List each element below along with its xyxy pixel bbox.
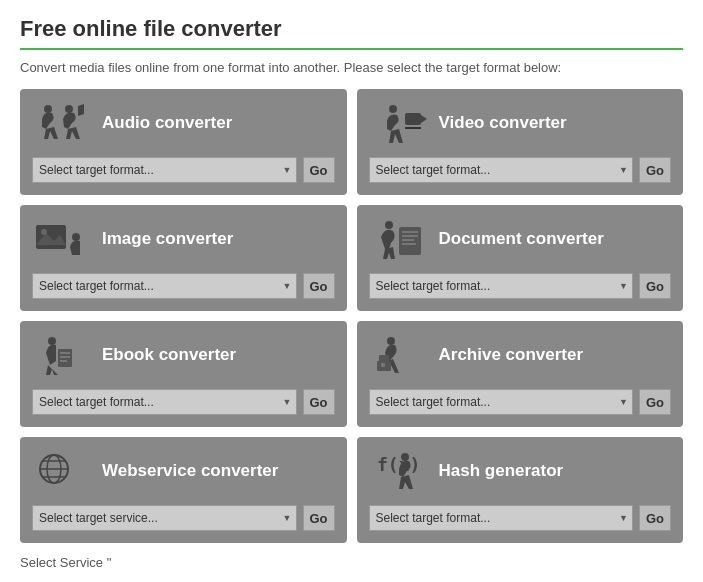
image-icon xyxy=(32,215,92,263)
hash-generator-card: f(x) Hash generator Select target format… xyxy=(357,437,684,543)
video-go-button[interactable]: Go xyxy=(639,157,671,183)
svg-point-0 xyxy=(44,105,52,113)
video-select-wrapper[interactable]: Select target format... xyxy=(369,157,634,183)
ebook-card-title: Ebook converter xyxy=(102,345,236,365)
archive-format-select[interactable]: Select target format... xyxy=(369,389,634,415)
archive-go-button[interactable]: Go xyxy=(639,389,671,415)
svg-text:f(x): f(x) xyxy=(377,454,420,475)
document-format-select[interactable]: Select target format... xyxy=(369,273,634,299)
image-card-header: Image converter xyxy=(32,215,335,263)
svg-rect-24 xyxy=(381,363,385,367)
svg-point-2 xyxy=(389,105,397,113)
webservice-icon xyxy=(32,447,92,495)
audio-converter-card: Audio converter Select target format... … xyxy=(20,89,347,195)
svg-rect-15 xyxy=(402,243,416,245)
audio-card-header: Audio converter xyxy=(32,99,335,147)
svg-point-1 xyxy=(65,105,73,113)
archive-card-controls: Select target format... Go xyxy=(369,389,672,415)
archive-card-title: Archive converter xyxy=(439,345,584,365)
footer-text: Select Service " xyxy=(20,555,683,570)
audio-go-button[interactable]: Go xyxy=(303,157,335,183)
audio-icon xyxy=(32,99,92,147)
ebook-card-header: Ebook converter xyxy=(32,331,335,379)
hash-go-button[interactable]: Go xyxy=(639,505,671,531)
archive-card-header: Archive converter xyxy=(369,331,672,379)
video-format-select[interactable]: Select target format... xyxy=(369,157,634,183)
page-subtitle: Convert media files online from one form… xyxy=(20,60,683,75)
webservice-select-wrapper[interactable]: Select target service... xyxy=(32,505,297,531)
title-divider xyxy=(20,48,683,50)
svg-rect-3 xyxy=(405,113,421,125)
webservice-format-select[interactable]: Select target service... xyxy=(32,505,297,531)
audio-card-controls: Select target format... Go xyxy=(32,157,335,183)
svg-point-9 xyxy=(72,233,80,241)
svg-rect-19 xyxy=(60,356,70,358)
svg-rect-12 xyxy=(402,231,418,233)
document-card-header: Document converter xyxy=(369,215,672,263)
webservice-converter-card: Webservice converter Select target servi… xyxy=(20,437,347,543)
svg-point-8 xyxy=(41,229,47,235)
video-converter-card: Video converter Select target format... … xyxy=(357,89,684,195)
document-card-controls: Select target format... Go xyxy=(369,273,672,299)
hash-card-title: Hash generator xyxy=(439,461,564,481)
hash-select-wrapper[interactable]: Select target format... xyxy=(369,505,634,531)
archive-select-wrapper[interactable]: Select target format... xyxy=(369,389,634,415)
video-card-title: Video converter xyxy=(439,113,567,133)
svg-rect-5 xyxy=(405,127,421,129)
webservice-card-title: Webservice converter xyxy=(102,461,278,481)
document-icon xyxy=(369,215,429,263)
video-card-controls: Select target format... Go xyxy=(369,157,672,183)
svg-marker-4 xyxy=(421,115,427,123)
image-go-button[interactable]: Go xyxy=(303,273,335,299)
page-title: Free online file converter xyxy=(20,16,683,42)
svg-rect-14 xyxy=(402,239,414,241)
svg-point-10 xyxy=(385,221,393,229)
svg-rect-20 xyxy=(60,360,67,362)
ebook-converter-card: Ebook converter Select target format... … xyxy=(20,321,347,427)
image-format-select[interactable]: Select target format... xyxy=(32,273,297,299)
image-card-title: Image converter xyxy=(102,229,233,249)
document-converter-card: Document converter Select target format.… xyxy=(357,205,684,311)
svg-rect-6 xyxy=(36,225,66,249)
svg-rect-18 xyxy=(60,352,70,354)
document-select-wrapper[interactable]: Select target format... xyxy=(369,273,634,299)
archive-icon xyxy=(369,331,429,379)
document-card-title: Document converter xyxy=(439,229,604,249)
video-icon xyxy=(369,99,429,147)
video-card-header: Video converter xyxy=(369,99,672,147)
audio-format-select[interactable]: Select target format... xyxy=(32,157,297,183)
webservice-card-controls: Select target service... Go xyxy=(32,505,335,531)
archive-converter-card: Archive converter Select target format..… xyxy=(357,321,684,427)
converter-grid: Audio converter Select target format... … xyxy=(20,89,683,543)
ebook-select-wrapper[interactable]: Select target format... xyxy=(32,389,297,415)
svg-rect-13 xyxy=(402,235,418,237)
hash-card-controls: Select target format... Go xyxy=(369,505,672,531)
image-card-controls: Select target format... Go xyxy=(32,273,335,299)
webservice-go-button[interactable]: Go xyxy=(303,505,335,531)
ebook-card-controls: Select target format... Go xyxy=(32,389,335,415)
image-select-wrapper[interactable]: Select target format... xyxy=(32,273,297,299)
audio-select-wrapper[interactable]: Select target format... xyxy=(32,157,297,183)
svg-rect-23 xyxy=(379,355,389,362)
document-go-button[interactable]: Go xyxy=(639,273,671,299)
ebook-icon xyxy=(32,331,92,379)
ebook-format-select[interactable]: Select target format... xyxy=(32,389,297,415)
svg-point-16 xyxy=(48,337,56,345)
ebook-go-button[interactable]: Go xyxy=(303,389,335,415)
webservice-card-header: Webservice converter xyxy=(32,447,335,495)
audio-card-title: Audio converter xyxy=(102,113,232,133)
hash-card-header: f(x) Hash generator xyxy=(369,447,672,495)
hash-format-select[interactable]: Select target format... xyxy=(369,505,634,531)
svg-point-21 xyxy=(387,337,395,345)
image-converter-card: Image converter Select target format... … xyxy=(20,205,347,311)
hash-icon: f(x) xyxy=(369,447,429,495)
